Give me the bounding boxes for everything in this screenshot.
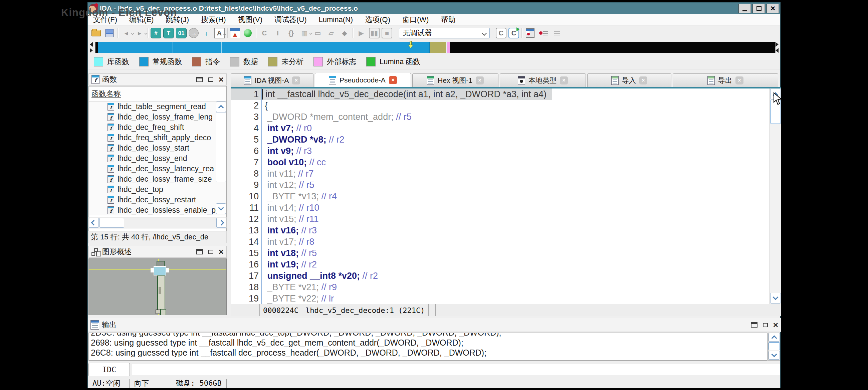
tab-close-icon[interactable]: × [476,77,484,85]
title-bar[interactable]: IDA - lhdc_v5_dec_process.o D:\test_file… [88,3,780,14]
functions-horizontal-scrollbar[interactable] [89,217,227,229]
panel-maximize-icon[interactable] [196,249,203,254]
scrollbar-thumb[interactable] [769,342,780,350]
output-log[interactable]: 2D3C: using guessed type int __fastcall … [89,333,768,361]
function-list-item[interactable]: f lhdc_dec_freq_shift [89,122,226,132]
code-line[interactable]: 15 int v18; // r5 [231,247,770,259]
panel-float-icon[interactable] [208,250,213,254]
function-list-item[interactable]: f lhdc_dec_lossy_start [89,143,226,153]
breakpoint-enable-icon[interactable] [538,27,549,39]
menu-item[interactable]: 文件(F) [93,15,117,25]
navigation-band[interactable] [95,42,776,53]
scroll-up-button[interactable] [769,333,780,341]
toolbar-separator[interactable] [255,27,257,39]
output-scrollbar[interactable] [768,333,780,361]
nav-back-icon[interactable]: ◂ [121,27,132,39]
functions-panel-header[interactable]: f 函数 × [89,73,227,86]
debugger-window-icon[interactable]: ▲ [230,28,240,38]
function-list-item[interactable]: f lhdc_dec_lossy_latency_rea [89,163,226,174]
view-tab[interactable]: Hex 视图-1 × [412,73,498,87]
lumina-icon[interactable] [242,27,253,39]
toolbar-separator[interactable] [521,27,523,39]
menu-item[interactable]: 视图(V) [238,15,262,25]
tab-close-icon[interactable]: × [639,77,647,85]
function-list-item[interactable]: f lhdc_dec_lossy_frame_size [89,174,226,184]
view-tab[interactable]: 本地类型 × [500,73,586,87]
restore-button[interactable] [752,4,765,13]
breakpoint-disable-icon[interactable] [551,27,562,39]
code-line[interactable]: 6 int v9; // r3 [231,145,770,157]
panel-float-icon[interactable] [763,323,768,327]
idc-command-input[interactable] [132,364,780,375]
menu-item[interactable]: Lumina(N) [319,16,353,24]
code-line[interactable]: 9 int v12; // r5 [231,179,770,191]
frame-icon[interactable]: ▭ [312,27,323,39]
scroll-down-button[interactable] [216,203,226,214]
code-line[interactable]: 11 int v14; // r10 [231,202,770,213]
panel-close-icon[interactable]: × [219,77,224,83]
output-panel-header[interactable]: 输出 × [88,318,781,332]
tab-close-icon[interactable]: × [736,77,743,85]
diamond-icon[interactable]: ◆ [339,27,350,39]
scroll-down-button[interactable] [770,293,781,303]
debug-stop-icon[interactable]: ■ [381,28,392,38]
code-line[interactable]: 16 int v19; // r2 [231,259,770,270]
code-line[interactable]: 19 _BYTE *v22; // lr [231,293,770,304]
panel-close-icon[interactable]: × [773,322,778,328]
panel-float-icon[interactable] [208,78,213,82]
windows-list-icon[interactable]: ▦ [299,27,310,39]
nav-forward-icon[interactable]: ▸ [134,27,145,39]
tab-close-icon[interactable]: × [292,77,300,85]
menu-item[interactable]: 搜索(H) [201,15,226,25]
function-list-item[interactable]: f lhdc_table_segment_read [89,101,226,112]
menu-item[interactable]: 调试器(U) [274,15,307,25]
graph-overview-canvas[interactable] [89,259,227,315]
scroll-down-button[interactable] [769,351,780,360]
scrollbar-thumb[interactable] [99,218,124,228]
tab-close-icon[interactable]: × [560,77,568,85]
jump-down-icon[interactable]: ↓ [200,27,212,39]
code-line[interactable]: 7 bool v10; // cc [231,157,770,168]
code-line[interactable]: 5 _DWORD *v8; // r2 [231,134,770,145]
code-line[interactable]: 8 int v11; // r7 [231,168,770,179]
pseudocode-view[interactable]: 1 int __fastcall lhdc_v5_dec_decode(int … [231,89,770,304]
scroll-right-button[interactable] [216,218,226,228]
graph-viewport-rect[interactable] [154,266,166,275]
save-icon[interactable] [104,27,115,39]
code-line[interactable]: 4 int v7; // r0 [231,123,770,134]
menu-item[interactable]: 帮助 [441,15,455,25]
menu-item[interactable]: 跳转(J) [165,15,189,25]
function-list-item[interactable]: f lhdc_dec_lossy_frame_leng [89,112,226,122]
toolbar-separator[interactable] [117,27,119,39]
code-line[interactable]: 13 int v16; // r3 [231,225,770,236]
menu-item[interactable]: 窗口(W) [402,15,429,25]
scroll-left-button[interactable] [89,218,99,228]
structs-icon[interactable]: I [272,27,283,39]
debugger-selector[interactable]: 无调试器 [399,28,490,38]
graph-overview-header[interactable]: 图形概述 × [89,246,227,258]
compile-c-icon[interactable]: C [496,28,506,38]
close-button[interactable]: × [767,4,779,13]
toolbar-separator[interactable] [147,27,149,39]
function-list-item[interactable]: f lhdc_dec_lossless_enable_p [89,205,226,215]
names-icon[interactable]: A [214,28,225,38]
code-line[interactable]: 10 _BYTE *v13; // r4 [231,191,770,202]
code-line[interactable]: 14 int v17; // r8 [231,236,770,247]
scroll-up-button[interactable] [216,101,226,112]
code-line[interactable]: 18 _BYTE *v21; // r9 [231,281,770,293]
view-tab[interactable]: 导出 × [673,73,778,87]
code-line[interactable]: 1 int __fastcall lhdc_v5_dec_decode(int … [231,89,552,100]
functions-column-header[interactable]: 函数名称 [89,87,226,101]
idc-language-button[interactable]: IDC [89,363,130,376]
menu-item[interactable]: 编辑(E) [129,15,154,25]
run-c-script-icon[interactable]: C [508,28,519,38]
view-tab[interactable]: IDA 视图-A × [231,73,313,87]
code-line[interactable]: 2 { [231,100,770,111]
navband-left-arrows[interactable] [89,42,93,53]
text-view-icon[interactable]: T [163,28,174,38]
function-list-item[interactable]: f lhdc_dec_top [89,184,226,195]
calls-icon[interactable]: C [259,27,270,39]
panel-close-icon[interactable]: × [219,249,224,255]
toolbar-separator[interactable] [352,27,353,39]
debug-start-icon[interactable]: ▶ [355,27,367,39]
